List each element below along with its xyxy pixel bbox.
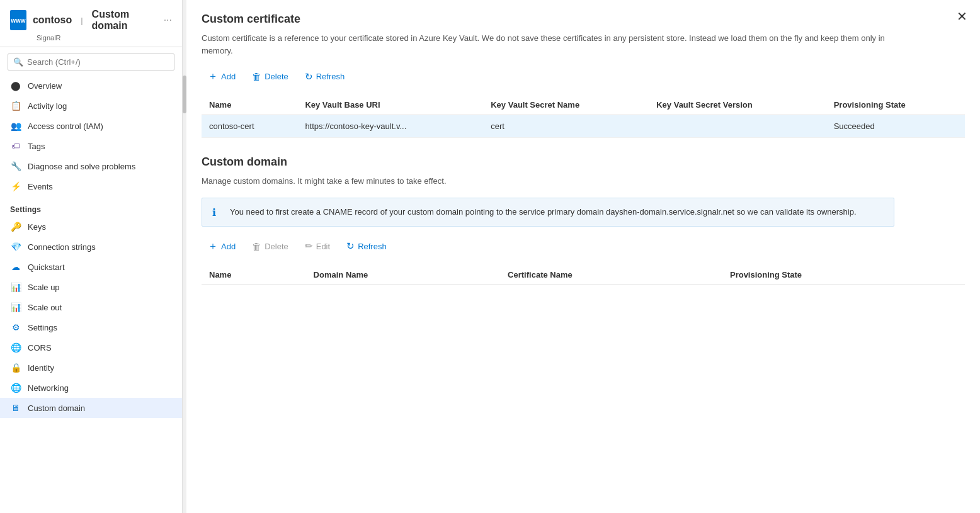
sidebar-item-settings[interactable]: ⚙ Settings: [0, 317, 182, 337]
page-title: Custom domain: [92, 9, 154, 31]
info-icon: ℹ: [212, 206, 224, 218]
sidebar-item-cors[interactable]: 🌐 CORS: [0, 337, 182, 358]
sidebar-item-diagnose[interactable]: 🔧 Diagnose and solve problems: [0, 156, 182, 176]
domain-add-label: Add: [221, 242, 236, 251]
search-input[interactable]: [27, 57, 169, 67]
cert-table-header: Name Key Vault Base URI Key Vault Secret…: [202, 95, 965, 115]
sidebar-item-overview[interactable]: ⬤ Overview: [0, 76, 182, 96]
sidebar-item-connection-strings[interactable]: 💎 Connection strings: [0, 237, 182, 257]
domain-section-title: Custom domain: [202, 155, 965, 169]
sidebar-item-label: Networking: [28, 383, 69, 393]
sidebar-item-label: Events: [28, 182, 53, 191]
domain-col-cert-name: Certificate Name: [500, 265, 722, 285]
cert-table-body: contoso-cert https://contoso-key-vault.v…: [202, 115, 965, 138]
domain-edit-label: Edit: [316, 242, 330, 251]
domain-refresh-label: Refresh: [358, 242, 387, 251]
cert-add-button[interactable]: ＋ Add: [202, 67, 242, 86]
events-icon: ⚡: [10, 181, 21, 192]
cert-delete-label: Delete: [265, 72, 288, 81]
keys-icon: 🔑: [10, 221, 21, 232]
sidebar-item-keys[interactable]: 🔑 Keys: [0, 217, 182, 237]
domain-delete-button[interactable]: 🗑 Delete: [246, 238, 295, 255]
domain-table-header: Name Domain Name Certificate Name Provis…: [202, 265, 965, 285]
domain-section-description: Manage custom domains. It might take a f…: [202, 175, 894, 188]
title-separator: |: [81, 16, 83, 25]
access-control-icon: 👥: [10, 120, 21, 132]
cert-col-secret-name: Key Vault Secret Name: [483, 95, 649, 115]
tags-icon: 🏷: [10, 140, 21, 152]
sidebar-nav: ⬤ Overview 📋 Activity log 👥 Access contr…: [0, 76, 182, 418]
settings-icon: ⚙: [10, 322, 21, 333]
brand-icon: www: [10, 10, 26, 30]
table-row[interactable]: contoso-cert https://contoso-key-vault.v…: [202, 115, 965, 138]
cert-name-cell: contoso-cert: [202, 115, 297, 138]
search-icon: 🔍: [13, 57, 23, 67]
delete-icon: 🗑: [252, 71, 261, 82]
resource-name: contoso: [33, 14, 72, 26]
sidebar-item-label: Settings: [28, 323, 57, 332]
sidebar-item-activity-log[interactable]: 📋 Activity log: [0, 96, 182, 116]
identity-icon: 🔒: [10, 362, 21, 373]
delete-icon: 🗑: [252, 241, 261, 252]
cert-refresh-button[interactable]: ↻ Refresh: [299, 68, 351, 86]
sidebar-header: www contoso | Custom domain ··· SignalR: [0, 0, 182, 47]
sidebar-item-label: Identity: [28, 363, 54, 373]
cert-toolbar: ＋ Add 🗑 Delete ↻ Refresh: [202, 67, 965, 86]
scale-up-icon: 📊: [10, 281, 21, 293]
sidebar-item-custom-domain[interactable]: 🖥 Custom domain: [0, 398, 182, 418]
cert-secret-name-cell: cert: [483, 115, 649, 138]
overview-icon: ⬤: [10, 80, 21, 91]
sidebar-item-label: Connection strings: [28, 242, 96, 252]
cert-delete-button[interactable]: 🗑 Delete: [246, 68, 295, 85]
more-button[interactable]: ···: [164, 14, 172, 26]
sidebar-item-scale-out[interactable]: 📊 Scale out: [0, 297, 182, 317]
sidebar-item-networking[interactable]: 🌐 Networking: [0, 378, 182, 398]
sidebar-item-label: Tags: [28, 142, 45, 151]
sidebar-item-label: Overview: [28, 81, 62, 91]
sidebar-item-access-control[interactable]: 👥 Access control (IAM): [0, 116, 182, 136]
cert-add-label: Add: [221, 72, 236, 81]
domain-col-name: Name: [202, 265, 306, 285]
sidebar-item-label: CORS: [28, 343, 52, 352]
sidebar-item-events[interactable]: ⚡ Events: [0, 176, 182, 196]
refresh-icon: ↻: [305, 71, 313, 82]
sidebar-item-label: Scale up: [28, 283, 60, 292]
sidebar-item-tags[interactable]: 🏷 Tags: [0, 136, 182, 156]
settings-section-label: Settings: [0, 196, 182, 217]
info-banner: ℹ You need to first create a CNAME recor…: [202, 198, 894, 227]
sidebar-item-quickstart[interactable]: ☁ Quickstart: [0, 257, 182, 277]
sidebar-item-label: Keys: [28, 222, 46, 232]
activity-log-icon: 📋: [10, 100, 21, 111]
info-banner-text: You need to first create a CNAME record …: [230, 206, 857, 218]
sidebar-item-scale-up[interactable]: 📊 Scale up: [0, 277, 182, 297]
cert-section-description: Custom certificate is a reference to you…: [202, 32, 894, 57]
cert-section-title: Custom certificate: [202, 13, 965, 26]
cert-col-name: Name: [202, 95, 297, 115]
sidebar-item-label: Custom domain: [28, 403, 85, 413]
search-box[interactable]: 🔍: [8, 54, 174, 70]
diagnose-icon: 🔧: [10, 161, 21, 172]
cert-uri-cell: https://contoso-key-vault.v...: [297, 115, 483, 138]
edit-icon: ✏: [305, 240, 313, 252]
domain-edit-button[interactable]: ✏ Edit: [299, 237, 336, 255]
sidebar-item-identity[interactable]: 🔒 Identity: [0, 358, 182, 378]
domain-table: Name Domain Name Certificate Name Provis…: [202, 265, 965, 285]
domain-add-button[interactable]: ＋ Add: [202, 237, 242, 256]
close-button[interactable]: ✕: [957, 9, 967, 24]
domain-col-provisioning: Provisioning State: [722, 265, 965, 285]
scale-out-icon: 📊: [10, 302, 21, 313]
cors-icon: 🌐: [10, 342, 21, 353]
sidebar-item-label: Scale out: [28, 303, 62, 312]
brand: www contoso | Custom domain ···: [10, 9, 172, 31]
domain-col-domain-name: Domain Name: [306, 265, 501, 285]
sidebar-item-label: Access control (IAM): [28, 121, 103, 131]
add-icon: ＋: [208, 70, 218, 83]
cert-secret-version-cell: [649, 115, 826, 138]
connection-strings-icon: 💎: [10, 241, 21, 252]
domain-refresh-button[interactable]: ↻ Refresh: [340, 237, 393, 255]
cert-section: Custom certificate Custom certificate is…: [202, 13, 965, 138]
custom-domain-icon: 🖥: [10, 402, 21, 414]
domain-section: Custom domain Manage custom domains. It …: [202, 155, 965, 285]
cert-provisioning-cell: Succeeded: [826, 115, 965, 138]
add-icon: ＋: [208, 240, 218, 253]
